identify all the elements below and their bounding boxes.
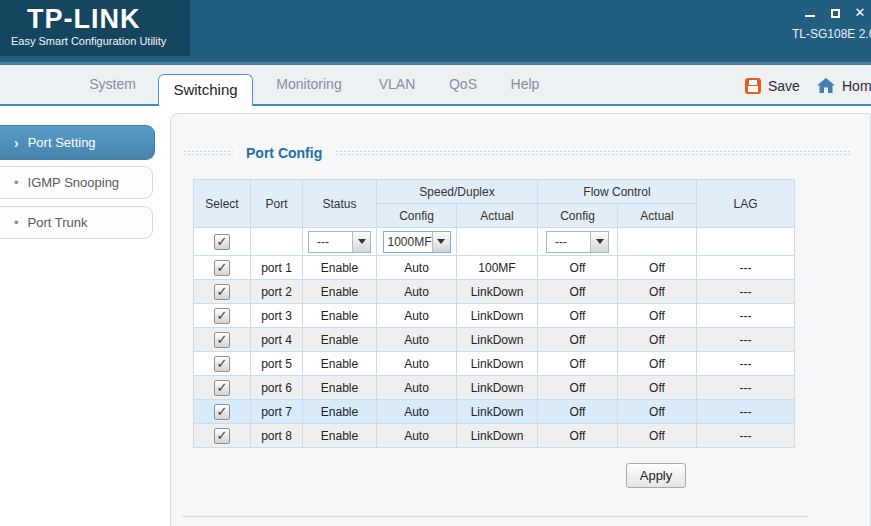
logo-box: TP-LINK Easy Smart Configuration Utility	[0, 0, 190, 56]
port-cell: port 5	[251, 352, 303, 376]
flow-config-cell: Off	[538, 280, 618, 304]
status-cell: Enable	[303, 256, 377, 280]
flow-actual-cell: Off	[618, 280, 697, 304]
chevron-right-icon: ›	[14, 135, 19, 151]
row-checkbox[interactable]: ✓	[214, 404, 230, 420]
dotted-ribbon-left	[183, 150, 233, 157]
status-cell: Enable	[303, 376, 377, 400]
tab-qos[interactable]: QoS	[441, 65, 485, 104]
flow-config-cell: Off	[538, 304, 618, 328]
lag-cell: ---	[697, 352, 795, 376]
sidebar-item-label: Port Trunk	[28, 215, 88, 230]
tab-monitoring[interactable]: Monitoring	[263, 65, 355, 104]
col-header-flow-config: Config	[538, 204, 618, 228]
sidebar-item-igmp-snooping[interactable]: • IGMP Snooping	[0, 166, 153, 199]
chevron-down-icon	[437, 239, 445, 244]
chevron-down-icon	[358, 239, 366, 244]
save-label: Save	[768, 78, 800, 94]
sidebar-item-label: Port Setting	[28, 135, 96, 150]
port-cell: port 4	[251, 328, 303, 352]
port-cell: port 6	[251, 376, 303, 400]
tab-help[interactable]: Help	[503, 65, 547, 104]
minimize-icon	[805, 15, 815, 17]
window-controls: ✕	[804, 6, 866, 20]
tab-system[interactable]: System	[80, 65, 145, 104]
status-cell: Enable	[303, 280, 377, 304]
home-button[interactable]: Home	[817, 65, 871, 106]
save-icon	[745, 78, 761, 94]
speed-config-dropdown[interactable]: 1000MF	[383, 231, 451, 253]
apply-button[interactable]: Apply	[626, 463, 686, 488]
lag-cell: ---	[697, 400, 795, 424]
port-cell: port 7	[251, 400, 303, 424]
save-button[interactable]: Save	[745, 65, 800, 106]
speed-actual-cell: LinkDown	[457, 352, 538, 376]
status-cell: Enable	[303, 328, 377, 352]
tab-switching[interactable]: Switching	[158, 74, 253, 106]
dropdown-arrow-button[interactable]	[590, 232, 608, 252]
speed-config-cell: Auto	[377, 352, 457, 376]
flow-actual-cell: Off	[618, 328, 697, 352]
flow-config-cell: Off	[538, 328, 618, 352]
table-row: ✓ port 4 Enable Auto LinkDown Off Off --…	[194, 328, 795, 352]
table-row: ✓ port 1 Enable Auto 100MF Off Off ---	[194, 256, 795, 280]
status-cell: Enable	[303, 400, 377, 424]
flow-config-cell: Off	[538, 400, 618, 424]
dropdown-arrow-button[interactable]	[352, 232, 370, 252]
chevron-down-icon	[596, 239, 604, 244]
status-dropdown-value: ---	[309, 232, 352, 252]
flow-config-cell: Off	[538, 376, 618, 400]
speed-config-cell: Auto	[377, 304, 457, 328]
dropdown-arrow-button[interactable]	[432, 232, 450, 252]
select-all-checkbox[interactable]: ✓	[214, 234, 230, 250]
port-config-table: Select Port Status Speed/Duplex Flow Con…	[193, 179, 795, 448]
section-divider	[182, 516, 809, 517]
filter-row: ✓ --- 1000MF	[194, 228, 795, 256]
flow-config-dropdown[interactable]: ---	[546, 231, 609, 253]
speed-actual-cell: LinkDown	[457, 304, 538, 328]
lag-cell: ---	[697, 256, 795, 280]
lag-cell: ---	[697, 280, 795, 304]
sidebar: › Port Setting • IGMP Snooping • Port Tr…	[0, 106, 170, 526]
lag-cell: ---	[697, 304, 795, 328]
app-subtitle: Easy Smart Configuration Utility	[11, 35, 190, 47]
section-header: Port Config	[183, 145, 850, 161]
row-checkbox[interactable]: ✓	[214, 356, 230, 372]
tp-link-logo: TP-LINK	[27, 4, 190, 34]
sidebar-item-label: IGMP Snooping	[28, 175, 120, 190]
speed-actual-cell: LinkDown	[457, 376, 538, 400]
flow-actual-cell: Off	[618, 352, 697, 376]
row-checkbox[interactable]: ✓	[214, 332, 230, 348]
device-model-label: TL-SG108E 2.0	[792, 27, 871, 41]
sidebar-item-port-setting[interactable]: › Port Setting	[0, 125, 155, 160]
row-checkbox[interactable]: ✓	[214, 284, 230, 300]
row-checkbox[interactable]: ✓	[214, 308, 230, 324]
app-window: TP-LINK Easy Smart Configuration Utility…	[0, 0, 871, 526]
row-checkbox[interactable]: ✓	[214, 428, 230, 444]
flow-actual-cell: Off	[618, 400, 697, 424]
table-header-row: Select Port Status Speed/Duplex Flow Con…	[194, 180, 795, 204]
status-cell: Enable	[303, 352, 377, 376]
table-row: ✓ port 2 Enable Auto LinkDown Off Off --…	[194, 280, 795, 304]
home-icon	[817, 78, 835, 94]
speed-actual-cell: LinkDown	[457, 400, 538, 424]
tab-vlan[interactable]: VLAN	[371, 65, 423, 104]
row-checkbox[interactable]: ✓	[214, 380, 230, 396]
sidebar-item-port-trunk[interactable]: • Port Trunk	[0, 206, 153, 239]
minimize-button[interactable]	[804, 7, 816, 19]
speed-config-cell: Auto	[377, 280, 457, 304]
close-button[interactable]: ✕	[854, 7, 866, 19]
flow-actual-cell: Off	[618, 304, 697, 328]
main-nav-tabbar: System Switching Monitoring VLAN QoS Hel…	[0, 65, 871, 106]
status-dropdown[interactable]: ---	[308, 231, 371, 253]
lag-cell: ---	[697, 424, 795, 448]
table-row-highlighted: ✓ port 7 Enable Auto LinkDown Off Off --…	[194, 400, 795, 424]
maximize-button[interactable]	[829, 7, 841, 19]
row-checkbox[interactable]: ✓	[214, 260, 230, 276]
flow-actual-cell: Off	[618, 376, 697, 400]
col-header-port: Port	[251, 180, 303, 228]
port-cell: port 8	[251, 424, 303, 448]
speed-config-cell: Auto	[377, 328, 457, 352]
home-label: Home	[842, 78, 871, 94]
col-header-lag: LAG	[697, 180, 795, 228]
